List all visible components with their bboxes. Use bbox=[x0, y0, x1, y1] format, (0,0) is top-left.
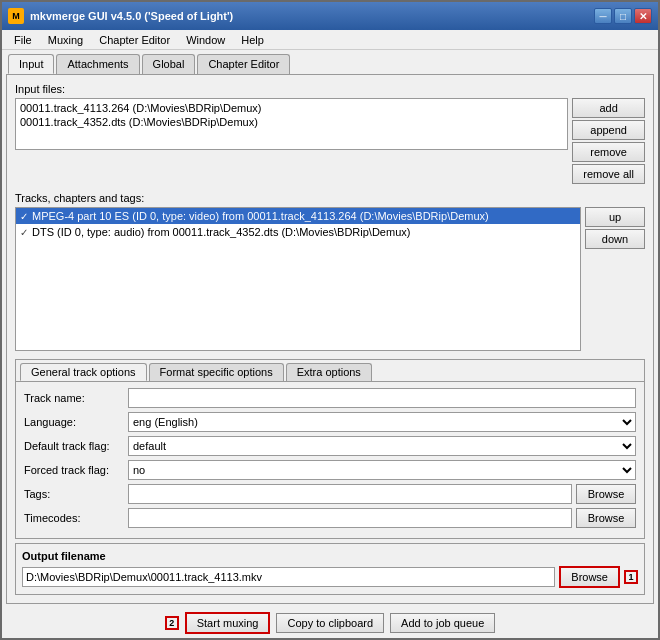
menu-window[interactable]: Window bbox=[178, 32, 233, 48]
app-icon: M bbox=[8, 8, 24, 24]
inner-tab-content: Track name: Language: eng (English) Defa… bbox=[16, 382, 644, 538]
start-muxing-button[interactable]: Start muxing bbox=[185, 612, 271, 634]
tracks-section: ✓ MPEG-4 part 10 ES (ID 0, type: video) … bbox=[15, 207, 645, 351]
default-track-select[interactable]: default bbox=[128, 436, 636, 456]
timecodes-browse-button[interactable]: Browse bbox=[576, 508, 636, 528]
tracks-list: ✓ MPEG-4 part 10 ES (ID 0, type: video) … bbox=[15, 207, 581, 351]
track-check-2: ✓ bbox=[20, 227, 28, 238]
forced-track-label: Forced track flag: bbox=[24, 464, 124, 476]
track-item-2[interactable]: ✓ DTS (ID 0, type: audio) from 00011.tra… bbox=[16, 224, 580, 240]
timecodes-row: Timecodes: Browse bbox=[24, 508, 636, 528]
tab-attachments[interactable]: Attachments bbox=[56, 54, 139, 74]
input-files-section: 00011.track_4113.264 (D:\Movies\BDRip\De… bbox=[15, 98, 645, 184]
add-button[interactable]: add bbox=[572, 98, 645, 118]
bottom-buttons-row: 2 Start muxing Copy to clipboard Add to … bbox=[2, 608, 658, 638]
forced-track-select[interactable]: no bbox=[128, 460, 636, 480]
track-text-1: MPEG-4 part 10 ES (ID 0, type: video) fr… bbox=[32, 210, 489, 222]
menu-file[interactable]: File bbox=[6, 32, 40, 48]
append-button[interactable]: append bbox=[572, 120, 645, 140]
copy-clipboard-button[interactable]: Copy to clipboard bbox=[276, 613, 384, 633]
add-job-queue-button[interactable]: Add to job queue bbox=[390, 613, 495, 633]
menu-bar: File Muxing Chapter Editor Window Help bbox=[2, 30, 658, 50]
timecodes-input[interactable] bbox=[128, 508, 572, 528]
file-item-2: 00011.track_4352.dts (D:\Movies\BDRip\De… bbox=[18, 115, 565, 129]
default-track-label: Default track flag: bbox=[24, 440, 124, 452]
tags-row: Tags: Browse bbox=[24, 484, 636, 504]
track-text-2: DTS (ID 0, type: audio) from 00011.track… bbox=[32, 226, 410, 238]
language-label: Language: bbox=[24, 416, 124, 428]
output-filename-input[interactable] bbox=[22, 567, 555, 587]
start-number-indicator: 2 bbox=[165, 616, 179, 630]
title-bar: M mkvmerge GUI v4.5.0 ('Speed of Light')… bbox=[2, 2, 658, 30]
output-browse-button[interactable]: Browse bbox=[559, 566, 620, 588]
track-name-label: Track name: bbox=[24, 392, 124, 404]
track-down-button[interactable]: down bbox=[585, 229, 645, 249]
remove-all-button[interactable]: remove all bbox=[572, 164, 645, 184]
maximize-button[interactable]: □ bbox=[614, 8, 632, 24]
inner-tab-general[interactable]: General track options bbox=[20, 363, 147, 381]
input-files-list: 00011.track_4113.264 (D:\Movies\BDRip\De… bbox=[15, 98, 568, 150]
main-content-area: Input files: 00011.track_4113.264 (D:\Mo… bbox=[6, 74, 654, 604]
window-title: mkvmerge GUI v4.5.0 ('Speed of Light') bbox=[30, 10, 594, 22]
output-section: Output filename Browse 1 bbox=[15, 543, 645, 595]
language-select[interactable]: eng (English) bbox=[128, 412, 636, 432]
track-name-input[interactable] bbox=[128, 388, 636, 408]
title-bar-buttons: ─ □ ✕ bbox=[594, 8, 652, 24]
inner-tab-bar: General track options Format specific op… bbox=[16, 360, 644, 382]
tab-chapter-editor[interactable]: Chapter Editor bbox=[197, 54, 290, 74]
minimize-button[interactable]: ─ bbox=[594, 8, 612, 24]
language-row: Language: eng (English) bbox=[24, 412, 636, 432]
menu-help[interactable]: Help bbox=[233, 32, 272, 48]
main-window: M mkvmerge GUI v4.5.0 ('Speed of Light')… bbox=[0, 0, 660, 640]
inner-tab-format[interactable]: Format specific options bbox=[149, 363, 284, 381]
forced-track-row: Forced track flag: no bbox=[24, 460, 636, 480]
menu-chapter-editor[interactable]: Chapter Editor bbox=[91, 32, 178, 48]
output-row: Browse 1 bbox=[22, 566, 638, 588]
inner-tab-extra[interactable]: Extra options bbox=[286, 363, 372, 381]
timecodes-label: Timecodes: bbox=[24, 512, 124, 524]
tags-browse-button[interactable]: Browse bbox=[576, 484, 636, 504]
menu-muxing[interactable]: Muxing bbox=[40, 32, 91, 48]
output-section-label: Output filename bbox=[22, 550, 638, 562]
remove-button[interactable]: remove bbox=[572, 142, 645, 162]
tab-input[interactable]: Input bbox=[8, 54, 54, 74]
tags-label: Tags: bbox=[24, 488, 124, 500]
track-up-button[interactable]: up bbox=[585, 207, 645, 227]
inner-tabs-container: General track options Format specific op… bbox=[15, 359, 645, 539]
browse-number-indicator: 1 bbox=[624, 570, 638, 584]
top-tab-bar: Input Attachments Global Chapter Editor bbox=[2, 50, 658, 74]
track-name-row: Track name: bbox=[24, 388, 636, 408]
file-item-1: 00011.track_4113.264 (D:\Movies\BDRip\De… bbox=[18, 101, 565, 115]
tags-input[interactable] bbox=[128, 484, 572, 504]
track-item-1[interactable]: ✓ MPEG-4 part 10 ES (ID 0, type: video) … bbox=[16, 208, 580, 224]
file-action-buttons: add append remove remove all bbox=[572, 98, 645, 184]
tracks-label: Tracks, chapters and tags: bbox=[15, 192, 645, 204]
default-track-row: Default track flag: default bbox=[24, 436, 636, 456]
track-check-1: ✓ bbox=[20, 211, 28, 222]
track-move-buttons: up down bbox=[585, 207, 645, 351]
input-files-label: Input files: bbox=[15, 83, 645, 95]
close-button[interactable]: ✕ bbox=[634, 8, 652, 24]
bottom-area: 2 Start muxing Copy to clipboard Add to … bbox=[2, 608, 658, 638]
tab-global[interactable]: Global bbox=[142, 54, 196, 74]
